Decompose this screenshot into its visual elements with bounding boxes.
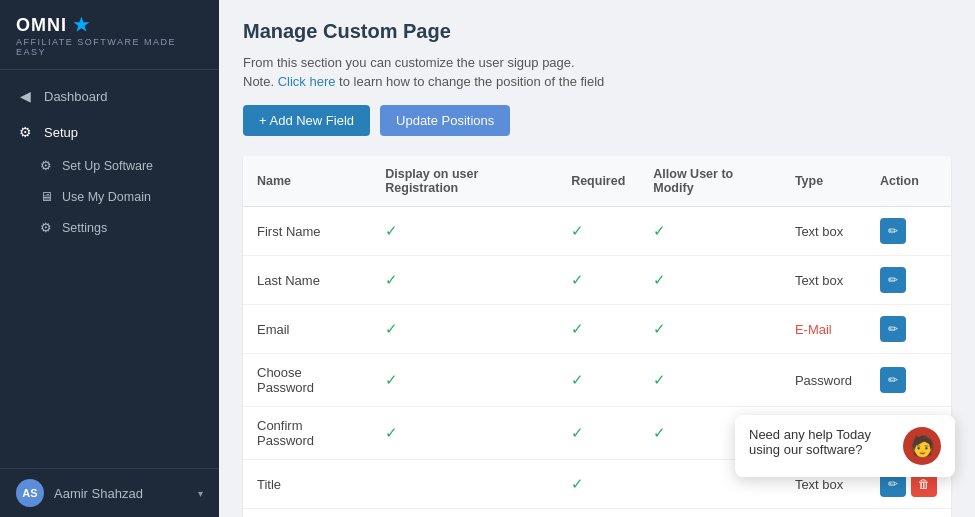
cell-display: ✓ <box>371 407 557 460</box>
table-row: Last Name✓✓✓Text box✏ <box>243 256 951 305</box>
toolbar: + Add New Field Update Positions <box>243 105 951 136</box>
cell-name: Email <box>243 305 371 354</box>
cell-name: Last Name <box>243 256 371 305</box>
add-new-field-button[interactable]: + Add New Field <box>243 105 370 136</box>
cell-action: ✏ <box>866 207 951 256</box>
check-icon: ✓ <box>385 371 398 388</box>
cell-display: ✓ <box>371 354 557 407</box>
check-icon: ✓ <box>385 320 398 337</box>
cell-display: ✓ <box>371 256 557 305</box>
cell-required: ✓ <box>557 509 639 518</box>
sidebar-item-dashboard[interactable]: ◀ Dashboard <box>0 78 219 114</box>
description: From this section you can customize the … <box>243 55 951 70</box>
edit-button[interactable]: ✏ <box>880 316 906 342</box>
dashboard-icon: ◀ <box>16 88 34 104</box>
sidebar-item-label: Use My Domain <box>62 190 151 204</box>
cell-required: ✓ <box>557 305 639 354</box>
cell-type: Password <box>781 354 866 407</box>
cell-name: Choose Password <box>243 354 371 407</box>
logo-subtitle: AFFILIATE SOFTWARE MADE EASY <box>16 37 203 57</box>
cell-name: Company <box>243 509 371 518</box>
chevron-down-icon: ▾ <box>198 488 203 499</box>
check-icon: ✓ <box>653 424 666 441</box>
cell-display <box>371 509 557 518</box>
action-buttons: ✏ <box>880 218 937 244</box>
sidebar-nav: ◀ Dashboard ⚙ Setup ⚙ Set Up Software 🖥 … <box>0 70 219 468</box>
cell-name: Title <box>243 460 371 509</box>
sidebar-item-label: Set Up Software <box>62 159 153 173</box>
cell-allow-modify: ✓ <box>639 207 781 256</box>
action-buttons: ✏ <box>880 267 937 293</box>
table-row: First Name✓✓✓Text box✏ <box>243 207 951 256</box>
col-display: Display on user Registration <box>371 156 557 207</box>
col-action: Action <box>866 156 951 207</box>
col-allow-modify: Allow User to Modify <box>639 156 781 207</box>
sidebar-item-label: Settings <box>62 221 107 235</box>
setup-icon: ⚙ <box>16 124 34 140</box>
page-title: Manage Custom Page <box>243 20 951 43</box>
logo-omni: OMNI <box>16 15 67 36</box>
check-icon: ✓ <box>571 371 584 388</box>
check-icon: ✓ <box>571 320 584 337</box>
sidebar-item-set-up-software[interactable]: ⚙ Set Up Software <box>0 150 219 181</box>
cell-action: ✏ <box>866 305 951 354</box>
chat-popup: Need any help Today using our software? … <box>735 415 955 477</box>
cell-required: ✓ <box>557 256 639 305</box>
sidebar: OMNI★ AFFILIATE SOFTWARE MADE EASY ◀ Das… <box>0 0 219 517</box>
check-icon: ✓ <box>653 371 666 388</box>
user-name: Aamir Shahzad <box>54 486 143 501</box>
user-footer[interactable]: AS Aamir Shahzad ▾ <box>0 468 219 517</box>
sidebar-item-label: Dashboard <box>44 89 108 104</box>
cell-name: Confirm Password <box>243 407 371 460</box>
cell-type: Text box <box>781 207 866 256</box>
check-icon: ✓ <box>385 222 398 239</box>
sidebar-item-use-my-domain[interactable]: 🖥 Use My Domain <box>0 181 219 212</box>
sidebar-item-label: Setup <box>44 125 78 140</box>
cell-display: ✓ <box>371 305 557 354</box>
cell-action: ✏ <box>866 256 951 305</box>
cell-required: ✓ <box>557 207 639 256</box>
cell-action: ✏ <box>866 354 951 407</box>
cell-required: ✓ <box>557 407 639 460</box>
cell-required: ✓ <box>557 354 639 407</box>
table-header-row: Name Display on user Registration Requir… <box>243 156 951 207</box>
update-positions-button[interactable]: Update Positions <box>380 105 510 136</box>
cell-allow-modify <box>639 509 781 518</box>
edit-button[interactable]: ✏ <box>880 267 906 293</box>
check-icon: ✓ <box>653 320 666 337</box>
cell-type <box>781 509 866 518</box>
note-suffix: to learn how to change the position of t… <box>335 74 604 89</box>
sidebar-item-settings[interactable]: ⚙ Settings <box>0 212 219 243</box>
domain-icon: 🖥 <box>38 189 54 204</box>
logo: OMNI★ AFFILIATE SOFTWARE MADE EASY <box>0 0 219 70</box>
cell-type: E-Mail <box>781 305 866 354</box>
check-icon: ✓ <box>571 271 584 288</box>
click-here-link[interactable]: Click here <box>278 74 336 89</box>
cell-allow-modify: ✓ <box>639 256 781 305</box>
check-icon: ✓ <box>571 222 584 239</box>
cell-display: ✓ <box>371 207 557 256</box>
settings-icon: ⚙ <box>38 220 54 235</box>
type-label: E-Mail <box>795 322 832 337</box>
cell-allow-modify: ✓ <box>639 305 781 354</box>
set-up-software-icon: ⚙ <box>38 158 54 173</box>
edit-button[interactable]: ✏ <box>880 218 906 244</box>
cell-type: Text box <box>781 256 866 305</box>
cell-display <box>371 460 557 509</box>
cell-allow-modify: ✓ <box>639 354 781 407</box>
chat-avatar: 🧑 <box>903 427 941 465</box>
check-icon: ✓ <box>571 424 584 441</box>
check-icon: ✓ <box>653 271 666 288</box>
col-type: Type <box>781 156 866 207</box>
chat-message: Need any help Today using our software? <box>749 427 893 457</box>
col-required: Required <box>557 156 639 207</box>
check-icon: ✓ <box>571 475 584 492</box>
table-row: Choose Password✓✓✓Password✏ <box>243 354 951 407</box>
check-icon: ✓ <box>653 222 666 239</box>
sidebar-item-setup[interactable]: ⚙ Setup <box>0 114 219 150</box>
edit-button[interactable]: ✏ <box>880 367 906 393</box>
check-icon: ✓ <box>385 271 398 288</box>
col-name: Name <box>243 156 371 207</box>
table-row: Email✓✓✓E-Mail✏ <box>243 305 951 354</box>
logo-star: ★ <box>73 14 89 36</box>
